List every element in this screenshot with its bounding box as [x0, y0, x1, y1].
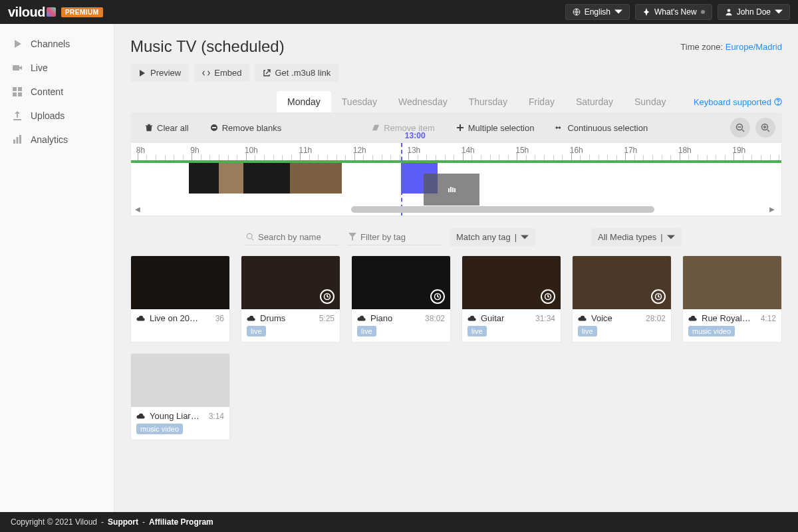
user-menu[interactable]: John Doe	[718, 4, 790, 20]
help-icon	[774, 98, 782, 106]
media-thumbnail[interactable]	[573, 256, 671, 309]
tab-sunday[interactable]: Sunday	[624, 91, 676, 112]
timeline-ruler: 8h9h10h11h12h13h14h15h16h17h18h19h	[131, 143, 781, 160]
sidebar-item-channels[interactable]: Channels	[0, 32, 114, 56]
sidebar-item-analytics[interactable]: Analytics	[0, 128, 114, 152]
sidebar-item-content[interactable]: Content	[0, 80, 114, 104]
zoom-in-button[interactable]	[755, 118, 775, 138]
timeline-clip[interactable]	[290, 163, 342, 194]
media-card[interactable]: Voice28:02live	[572, 255, 672, 342]
sidebar-item-uploads[interactable]: Uploads	[0, 104, 114, 128]
media-thumbnail[interactable]	[462, 256, 561, 309]
media-card[interactable]: Rue Royale - ...4:12music video	[682, 255, 782, 342]
embed-button[interactable]: Embed	[194, 64, 249, 82]
whats-new-button[interactable]: What's New	[635, 4, 712, 20]
separator: -	[142, 517, 145, 527]
media-card[interactable]: Piano38:02live	[351, 255, 451, 342]
timeline-clip[interactable]	[279, 163, 290, 194]
button-label: Preview	[150, 68, 181, 78]
tab-tuesday[interactable]: Tuesday	[331, 91, 388, 112]
media-card[interactable]: Live on 2021,...36	[130, 255, 230, 342]
clock-icon	[541, 289, 555, 304]
media-tag: live	[578, 326, 597, 336]
filter-row: Match any tag | All Media types |	[130, 228, 782, 246]
media-thumbnail[interactable]	[241, 256, 340, 309]
playhead-label: 13:00	[405, 131, 426, 140]
language-label: English	[585, 7, 610, 17]
multiple-selection-button[interactable]: Multiple selection	[448, 119, 543, 137]
scroll-left-arrow[interactable]: ◀	[135, 205, 143, 213]
tab-thursday[interactable]: Thursday	[458, 91, 518, 112]
scrollbar-thumb[interactable]	[351, 206, 654, 213]
svg-rect-4	[18, 87, 22, 91]
notification-dot-icon	[701, 10, 705, 14]
media-card[interactable]: Guitar31:34live	[462, 255, 561, 342]
media-types-dropdown[interactable]: All Media types |	[591, 228, 682, 246]
timeline-clip[interactable]	[243, 163, 279, 194]
main: Music TV (scheduled) Time zone: Europe/M…	[114, 24, 798, 512]
search-input-wrap[interactable]	[245, 229, 339, 245]
m3u8-button[interactable]: Get .m3u8 link	[255, 64, 338, 82]
ruler-label: 14h	[462, 146, 475, 155]
media-duration: 38:02	[425, 314, 445, 323]
media-thumbnail[interactable]	[352, 256, 450, 309]
clear-all-button[interactable]: Clear all	[137, 119, 197, 137]
upload-icon	[12, 110, 23, 121]
media-duration: 36	[215, 314, 224, 323]
zoom-in-icon	[761, 123, 770, 132]
scrollbar-track[interactable]	[147, 206, 765, 213]
timeline-clip[interactable]	[219, 163, 243, 194]
sidebar-item-label: Live	[31, 63, 48, 73]
logo-text: viloud	[8, 5, 45, 20]
caret-down-icon	[667, 233, 675, 241]
media-thumbnail[interactable]	[683, 256, 781, 309]
keyboard-supported-link[interactable]: Keyboard supported	[694, 97, 782, 107]
clock-icon	[320, 289, 334, 304]
plus-icon	[456, 124, 464, 132]
user-icon	[725, 8, 733, 16]
tab-friday[interactable]: Friday	[518, 91, 565, 112]
media-grid: Live on 2021,...36Drums5:25livePiano38:0…	[130, 255, 782, 440]
timezone-link[interactable]: Europe/Madrid	[726, 42, 782, 52]
link-label: Keyboard supported	[694, 97, 771, 107]
cloud-icon	[136, 412, 146, 420]
premium-badge: PREMIUM	[61, 7, 103, 17]
tab-wednesday[interactable]: Wednesday	[388, 91, 458, 112]
search-input[interactable]	[258, 232, 338, 242]
continuous-selection-button[interactable]: Continuous selection	[547, 119, 656, 137]
media-card[interactable]: Young Liars - ...3:14music video	[130, 353, 230, 440]
preview-button[interactable]: Preview	[130, 64, 189, 82]
cloud-icon	[467, 315, 477, 323]
playhead[interactable]: 13:00	[401, 143, 402, 215]
tab-saturday[interactable]: Saturday	[565, 91, 624, 112]
media-thumbnail[interactable]	[131, 354, 229, 407]
media-thumbnail[interactable]	[131, 256, 229, 309]
zoom-out-button[interactable]	[730, 118, 750, 138]
button-label: Get .m3u8 link	[275, 68, 331, 78]
scroll-right-arrow[interactable]: ▶	[769, 205, 777, 213]
match-tag-dropdown[interactable]: Match any tag |	[450, 228, 535, 246]
user-name: John Doe	[737, 7, 771, 17]
sidebar-item-live[interactable]: Live	[0, 56, 114, 80]
timeline-toolbar: Clear all Remove blanks Remove item Mult…	[130, 112, 782, 143]
tab-monday[interactable]: Monday	[277, 91, 331, 112]
media-card[interactable]: Drums5:25live	[241, 255, 340, 342]
timeline[interactable]: 8h9h10h11h12h13h14h15h16h17h18h19h 13:00…	[130, 143, 782, 216]
svg-rect-2	[13, 65, 19, 70]
logo[interactable]: viloud	[8, 5, 56, 20]
remove-blanks-button[interactable]: Remove blanks	[202, 119, 290, 137]
language-selector[interactable]: English	[565, 4, 630, 20]
clock-icon	[430, 289, 445, 304]
topbar: viloud PREMIUM English What's New John D…	[0, 0, 798, 24]
camera-icon	[12, 63, 23, 73]
remove-icon	[210, 124, 218, 132]
svg-rect-6	[18, 92, 22, 96]
support-link[interactable]: Support	[108, 517, 138, 527]
affiliate-link[interactable]: Affiliate Program	[149, 517, 213, 527]
svg-rect-5	[13, 92, 17, 96]
tag-input-wrap[interactable]	[347, 229, 442, 245]
timeline-clip[interactable]	[189, 163, 219, 194]
button-label: Clear all	[157, 123, 189, 133]
cloud-icon	[578, 315, 587, 323]
tag-input[interactable]	[360, 232, 440, 242]
